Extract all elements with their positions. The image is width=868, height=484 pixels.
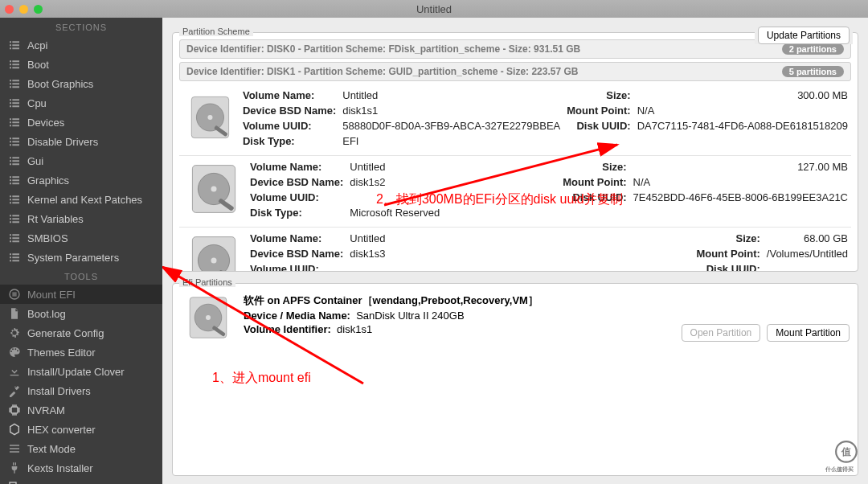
partition-row[interactable]: Volume Name:UntitledSize:68.00 GBDevice … — [179, 228, 851, 271]
list-icon — [8, 232, 21, 244]
sidebar-item-label: Boot — [27, 59, 49, 71]
zoom-window-button[interactable] — [34, 5, 43, 14]
mount-point-label: Mount Point: — [567, 105, 630, 117]
volume-name-label: Volume Name: — [243, 89, 336, 101]
drive-icon — [186, 161, 242, 217]
svg-rect-2 — [11, 407, 18, 413]
list-icon — [8, 96, 21, 109]
vol-uuid-value — [350, 263, 690, 271]
sidebar-item-boot-log[interactable]: Boot.log — [0, 304, 162, 323]
sidebar-item-label: Text Mode — [27, 443, 76, 455]
sidebar-item-text-mode[interactable]: Text Mode — [0, 439, 162, 458]
sidebar-item-install-drivers[interactable]: Install Drivers — [0, 381, 162, 400]
sidebar-item-kexts-installer[interactable]: Kexts Installer — [0, 458, 162, 478]
device-header[interactable]: Device Identifier: DISK1 - Partition Sch… — [179, 62, 851, 81]
drive-icon — [186, 232, 242, 271]
sidebar-item-label: Install/Update Clover — [27, 366, 125, 378]
sidebar-item-themes-editor[interactable]: Themes Editor — [0, 342, 162, 362]
window-title: Untitled — [416, 3, 452, 15]
window-titlebar: Untitled — [0, 0, 868, 18]
sidebar-item-label: HEX converter — [27, 424, 96, 436]
sidebar: SECTIONS AcpiBootBoot GraphicsCpuDevices… — [0, 18, 162, 484]
volume-name-label: Volume Name: — [250, 161, 343, 173]
sidebar-item-system-parameters[interactable]: System Parameters — [0, 248, 162, 267]
disk-type-value: EFI — [342, 135, 560, 147]
chip-icon — [8, 404, 21, 416]
sidebar-item-label: Cpu — [27, 97, 47, 109]
sidebar-item-cpu[interactable]: Cpu — [0, 93, 162, 113]
efi-volid-label: Volume Identifier: — [244, 323, 331, 335]
efi-partitions-groupbox: Efi Partitions 软件 on APFS Container［wend… — [172, 283, 858, 476]
svg-point-7 — [207, 115, 212, 120]
mount-point-value: N/A — [637, 105, 848, 117]
sidebar-item-devices[interactable]: Devices — [0, 113, 162, 132]
size-label: Size: — [563, 161, 626, 173]
list-icon — [8, 58, 21, 71]
list-icon — [8, 212, 21, 225]
sidebar-item-acpi[interactable]: Acpi — [0, 35, 162, 55]
open-partition-button[interactable]: Open Partition — [682, 324, 761, 342]
disk-type-label: Disk Type: — [250, 207, 343, 219]
drive-icon — [184, 293, 232, 342]
sidebar-item-label: NVRAM — [27, 404, 65, 416]
list-icon — [8, 251, 21, 264]
sidebar-item-label: Boot.log — [27, 308, 66, 320]
bsd-label: Device BSD Name: — [250, 248, 343, 260]
partitions-count-badge: 5 partitions — [782, 66, 844, 77]
disk-uuid-label: Disk UUID: — [696, 263, 760, 271]
partition-row[interactable]: Volume Name:UntitledSize:127.00 MBDevice… — [179, 156, 851, 228]
sidebar-item-kernel-and-kext-patches[interactable]: Kernel and Kext Patches — [0, 190, 162, 209]
svg-rect-1 — [12, 292, 16, 296]
plug-icon — [8, 461, 21, 474]
minimize-window-button[interactable] — [19, 5, 28, 14]
disk-uuid-value: 7E452BDD-46F6-45EB-8006-6B199EE3A21C — [633, 191, 848, 203]
mount-point-value: /Volumes/Untitled — [767, 248, 848, 260]
disk-uuid-value: DA7C7115-7481-4FD6-A088-DE6181518209 — [637, 120, 848, 132]
close-window-button[interactable] — [5, 5, 14, 14]
sidebar-item-install-update-clover[interactable]: Install/Update Clover — [0, 362, 162, 381]
disk-uuid-value — [767, 263, 848, 271]
sidebar-item-label: SMBIOS — [27, 232, 68, 244]
partition-row[interactable]: Volume Name:UntitledSize:300.00 MBDevice… — [179, 84, 851, 156]
bsd-value: disk1s1 — [342, 105, 560, 117]
size-label: Size: — [696, 232, 760, 244]
sidebar-item-mount-efi[interactable]: Mount EFI — [0, 285, 162, 304]
device-header[interactable]: Device Identifier: DISK0 - Partition Sch… — [179, 39, 851, 59]
sections-header: SECTIONS — [0, 18, 162, 35]
list-icon — [8, 39, 21, 51]
partition-list-scroll[interactable]: Device Identifier: DISK0 - Partition Sch… — [173, 33, 858, 271]
disk-uuid-label: Disk UUID: — [563, 191, 626, 203]
sidebar-item-boot-graphics[interactable]: Boot Graphics — [0, 74, 162, 93]
svg-point-11 — [211, 187, 217, 192]
vol-uuid-label: Volume UUID: — [250, 263, 343, 271]
clone-icon — [8, 481, 21, 484]
drive-icon — [186, 89, 235, 146]
vol-uuid-value — [350, 191, 556, 203]
sidebar-item-rt-variables[interactable]: Rt Variables — [0, 209, 162, 228]
sidebar-item-label: Kexts Installer — [27, 462, 93, 474]
mount-point-value: N/A — [633, 176, 848, 188]
sidebar-item-gui[interactable]: Gui — [0, 151, 162, 170]
list-icon — [8, 174, 21, 187]
svg-point-19 — [206, 315, 211, 320]
disk-type-value: Microsoft Reserved — [350, 207, 556, 219]
sidebar-item-clover-cloner[interactable]: Clover Cloner — [0, 478, 162, 484]
volume-name-value: Untitled — [342, 89, 560, 101]
sidebar-item-graphics[interactable]: Graphics — [0, 170, 162, 190]
sidebar-item-label: Gui — [27, 155, 43, 167]
bsd-label: Device BSD Name: — [243, 105, 336, 117]
sidebar-item-hex-converter[interactable]: HEX converter — [0, 420, 162, 439]
sidebar-item-label: Themes Editor — [27, 347, 96, 359]
sidebar-item-generate-config[interactable]: Generate Config — [0, 323, 162, 342]
device-identifier-text: Device Identifier: DISK1 - Partition Sch… — [186, 66, 578, 77]
efi-partitions-title: Efi Partitions — [179, 277, 235, 287]
sidebar-item-smbios[interactable]: SMBIOS — [0, 228, 162, 248]
sidebar-item-label: Install Drivers — [27, 385, 91, 397]
sidebar-item-label: Acpi — [27, 39, 47, 51]
sidebar-item-nvram[interactable]: NVRAM — [0, 400, 162, 420]
mount-partition-button[interactable]: Mount Partition — [767, 324, 850, 342]
efi-media-value: SanDisk Ultra II 240GB — [356, 310, 464, 322]
sidebar-item-boot[interactable]: Boot — [0, 55, 162, 74]
sidebar-item-disable-drivers[interactable]: Disable Drivers — [0, 132, 162, 151]
update-partitions-button[interactable]: Update Partitions — [758, 27, 850, 44]
